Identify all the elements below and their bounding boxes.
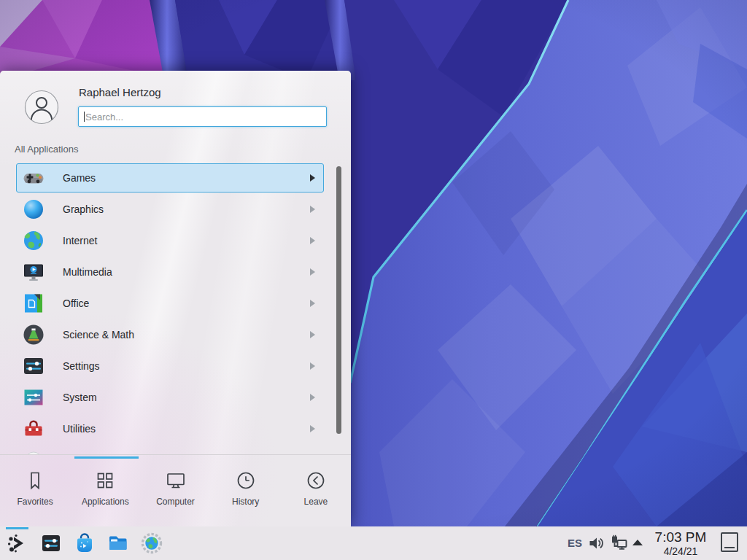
tab-label: Applications [82,497,129,507]
bookmark-icon [24,470,46,491]
discover-bag-icon [73,532,96,555]
category-label: Games [63,172,96,184]
category-label: Internet [63,235,97,246]
monitor-play-icon [22,260,45,284]
clock-widget[interactable]: 7:03 PM 4/24/21 [649,529,713,557]
sphere-icon [22,198,45,221]
toolbox-icon [22,417,45,440]
submenu-arrow-icon [310,362,315,370]
gamepad-icon [22,166,45,190]
submenu-arrow-icon [310,394,315,401]
category-internet[interactable]: Internet [16,226,324,255]
volume-tray-button[interactable] [588,535,604,551]
list-scrollbar-thumb[interactable] [336,166,341,434]
kde-launcher-icon [6,532,29,555]
submenu-arrow-icon [310,331,315,338]
launcher-active-indicator [6,527,28,529]
taskbar-panel: ES 7:03 PM 4/24/21 [0,526,747,560]
globe-gear-icon [140,532,163,555]
globe-icon [22,229,45,252]
submenu-arrow-icon [310,174,315,182]
web-browser-button[interactable] [140,532,163,555]
text-caret [84,112,85,122]
clock-time: 7:03 PM [649,529,713,546]
show-desktop-button[interactable] [721,532,738,552]
submenu-arrow-icon [310,206,315,213]
network-icon [610,534,627,552]
leave-icon [305,470,327,491]
category-list: Games Graphics Internet [16,163,324,454]
tab-applications[interactable]: Applications [70,455,140,526]
user-name: Raphael Hertzog [79,86,161,98]
category-games[interactable]: Games [16,163,324,192]
clock-date: 4/24/21 [649,546,713,557]
computer-icon [165,470,187,491]
user-avatar[interactable] [24,90,59,125]
sliders-icon [22,354,45,378]
app-grid-icon [94,470,116,491]
user-avatar-icon [24,90,59,125]
show-desktop-icon [724,547,735,548]
category-label: System [63,392,97,403]
section-label: All Applications [15,144,78,155]
system-settings-icon [39,532,63,555]
search-input[interactable] [78,106,327,127]
lifebuoy-icon [22,448,45,454]
network-tray-button[interactable] [610,534,627,552]
category-label: Settings [63,360,100,372]
flask-icon [22,323,45,346]
folder-icon [107,532,130,555]
tab-label: History [232,497,259,507]
tray-expander-button[interactable] [632,539,643,546]
tab-label: Leave [304,497,328,507]
tab-computer[interactable]: Computer [140,455,210,526]
submenu-arrow-icon [310,300,315,307]
tab-history[interactable]: History [211,455,281,526]
tab-label: Favorites [17,497,53,507]
submenu-arrow-icon [310,268,315,276]
submenu-arrow-icon [310,237,315,244]
menu-tab-bar: Favorites Applications Computer History … [0,454,351,526]
category-system[interactable]: System [16,383,324,412]
category-office[interactable]: Office [16,289,324,318]
volume-icon [588,535,604,551]
application-launcher-button[interactable] [6,532,29,555]
category-graphics[interactable]: Graphics [16,195,324,224]
system-sliders-icon [22,386,45,409]
system-settings-button[interactable] [39,532,63,555]
tab-leave[interactable]: Leave [281,455,351,526]
category-label: Graphics [63,203,104,215]
application-launcher-menu: Raphael Hertzog All Applications Games G… [0,71,351,526]
category-label: Multimedia [63,266,112,278]
history-clock-icon [235,470,257,491]
search-box [78,106,327,127]
category-label: Office [63,298,89,309]
category-utilities[interactable]: Utilities [16,414,324,443]
tab-label: Computer [156,497,195,507]
category-science-math[interactable]: Science & Math [16,320,324,349]
category-label: Utilities [63,423,96,435]
keyboard-layout-indicator[interactable]: ES [568,537,582,549]
submenu-arrow-icon [310,425,315,432]
desktop-screen: Raphael Hertzog All Applications Games G… [0,0,747,560]
category-label: Science & Math [63,329,134,341]
category-settings[interactable]: Settings [16,351,324,381]
discover-button[interactable] [73,532,96,555]
documents-icon [22,292,45,315]
tab-favorites[interactable]: Favorites [0,455,70,526]
category-help[interactable]: Help [16,446,324,454]
file-manager-button[interactable] [107,532,130,555]
caret-up-icon [632,539,643,546]
category-multimedia[interactable]: Multimedia [16,257,324,287]
